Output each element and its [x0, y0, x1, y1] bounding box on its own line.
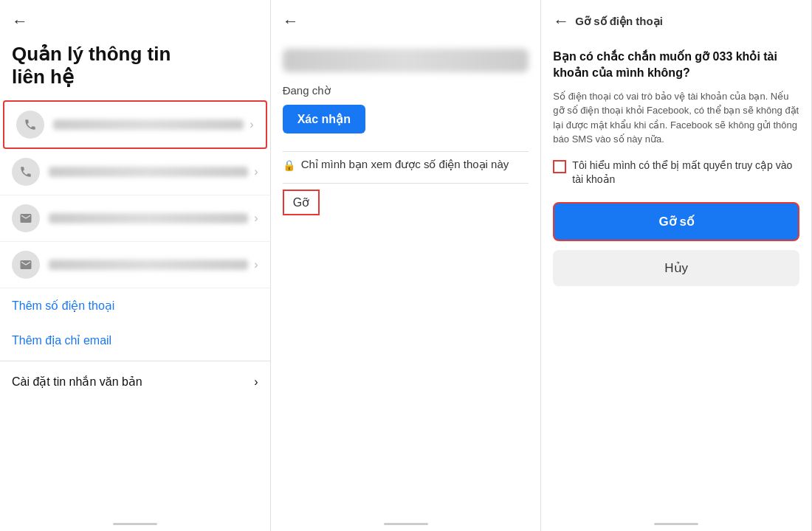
primary-phone-chevron: › — [250, 118, 253, 131]
primary-email-chevron: › — [254, 212, 258, 225]
panel2-divider1 — [283, 151, 529, 152]
understand-checkbox-row: Tôi hiểu mình có thể bị mất quyền truy c… — [553, 159, 799, 187]
panel-confirm-remove: ← Gỡ số điện thoại Bạn có chắc chắn muốn… — [541, 0, 812, 531]
phone-icon-2 — [19, 165, 32, 178]
primary-phone-item[interactable]: › — [3, 100, 267, 149]
go-so-button[interactable]: Gỡ số — [553, 202, 799, 241]
scrollbar-panel3 — [654, 523, 698, 525]
confirm-button[interactable]: Xác nhận — [283, 105, 365, 133]
email-icon-2 — [19, 258, 32, 271]
confirm-description: Số điện thoại có vai trò bảo vệ tài khoả… — [553, 89, 799, 147]
panel2-divider2 — [283, 183, 529, 184]
add-phone-link[interactable]: Thêm số điện thoại — [0, 288, 270, 323]
secondary-phone-blurred — [49, 167, 248, 177]
panel1-header: ← — [0, 0, 270, 37]
panel3-back-arrow[interactable]: ← — [553, 12, 569, 31]
understand-label: Tôi hiểu mình có thể bị mất quyền truy c… — [572, 159, 799, 187]
status-label: Đang chờ — [283, 84, 529, 97]
privacy-text: Chỉ mình bạn xem được số điện thoại này — [301, 158, 509, 171]
panel-manage-contact: ← Quản lý thông tin liên hệ › › — [0, 0, 271, 531]
scrollbar-panel1 — [113, 523, 157, 525]
panel1-divider — [0, 361, 270, 361]
primary-phone-blurred — [53, 119, 244, 130]
panel2-back-arrow[interactable]: ← — [283, 12, 299, 31]
panel3-header: ← Gỡ số điện thoại — [541, 0, 811, 37]
huy-button[interactable]: Hủy — [553, 250, 799, 286]
panel2-header: ← — [271, 0, 541, 37]
secondary-email-chevron: › — [254, 258, 258, 271]
secondary-email-blurred — [49, 260, 248, 270]
phone-icon — [24, 118, 37, 131]
privacy-row: 🔒 Chỉ mình bạn xem được số điện thoại nà… — [283, 158, 529, 171]
panel1-title-block: Quản lý thông tin liên hệ — [0, 37, 270, 100]
phone-icon-circle — [16, 111, 44, 139]
text-message-settings[interactable]: Cài đặt tin nhắn văn bản › — [0, 364, 270, 399]
phone-number-blurred — [283, 49, 529, 72]
settings-chevron: › — [254, 375, 258, 389]
panel1-back-arrow[interactable]: ← — [12, 12, 28, 31]
primary-email-item[interactable]: › — [0, 195, 270, 242]
phone-icon-circle-2 — [12, 158, 40, 186]
secondary-phone-chevron: › — [254, 165, 258, 178]
panel3-header-title: Gỡ số điện thoại — [575, 15, 663, 28]
email-icon-1 — [19, 212, 32, 225]
remove-label: Gỡ — [293, 196, 309, 209]
primary-email-blurred — [49, 213, 248, 223]
secondary-phone-item[interactable]: › — [0, 149, 270, 195]
scrollbar-panel2 — [384, 523, 428, 525]
add-email-link[interactable]: Thêm địa chỉ email — [0, 323, 270, 358]
panel3-body: Bạn có chắc chắn muốn gỡ 033 khỏi tài kh… — [541, 37, 811, 298]
secondary-email-item[interactable]: › — [0, 242, 270, 288]
panel1-title: Quản lý thông tin liên hệ — [12, 43, 258, 88]
understand-checkbox[interactable] — [553, 160, 566, 173]
email-icon-circle-2 — [12, 251, 40, 279]
email-icon-circle-1 — [12, 204, 40, 232]
panel-phone-detail: ← Đang chờ Xác nhận 🔒 Chỉ mình bạn xem đ… — [271, 0, 542, 531]
settings-label: Cài đặt tin nhắn văn bản — [12, 375, 142, 389]
remove-button-highlighted[interactable]: Gỡ — [283, 190, 320, 215]
confirm-question: Bạn có chắc chắn muốn gỡ 033 khỏi tài kh… — [553, 49, 799, 82]
panel2-body: Đang chờ Xác nhận 🔒 Chỉ mình bạn xem đượ… — [271, 37, 541, 289]
lock-icon: 🔒 — [283, 159, 295, 171]
